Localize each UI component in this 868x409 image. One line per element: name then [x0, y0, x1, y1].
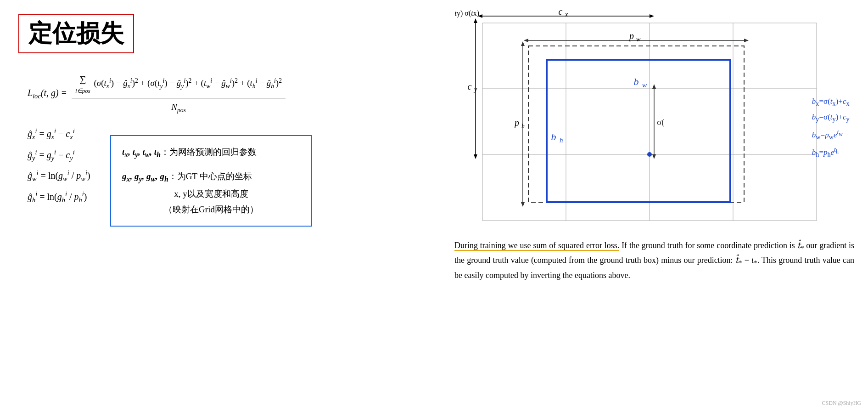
- info-line-2: gx, gy, gw, gh：为GT 中心点的坐标: [122, 169, 300, 186]
- svg-marker-22: [524, 39, 528, 42]
- info-box: tx, ty, tw, th：为网络预测的回归参数 gx, gy, gw, gh…: [110, 135, 312, 227]
- svg-text:c: c: [558, 9, 562, 17]
- svg-text:c: c: [467, 81, 471, 91]
- svg-text:y: y: [473, 86, 477, 93]
- svg-text:p: p: [628, 31, 634, 41]
- annotation-by: by=σ(ty)+cy: [812, 110, 850, 125]
- left-panel: 定位损失 Lloc(t, g) = ∑ i∈pos (σ(: [0, 0, 441, 409]
- svg-text:p: p: [514, 118, 519, 128]
- svg-text:b: b: [551, 131, 556, 142]
- svg-text:h: h: [560, 136, 563, 144]
- svg-marker-16: [474, 18, 477, 23]
- svg-marker-21: [744, 39, 749, 42]
- svg-marker-38: [652, 84, 656, 89]
- grid-diagram: c x c y p w: [455, 9, 854, 234]
- svg-text:w: w: [642, 81, 647, 89]
- svg-text:b: b: [633, 76, 638, 87]
- numerator: ∑ i∈pos (σ(txi) − ĝxi)2 + (σ(tyi) − ĝyi)…: [72, 72, 286, 98]
- right-panel: c x c y p w: [441, 0, 868, 409]
- title-box: 定位损失: [18, 14, 134, 53]
- denominator: Npos: [171, 98, 186, 115]
- svg-marker-26: [521, 202, 525, 207]
- svg-text:σ(: σ(: [657, 117, 665, 127]
- svg-marker-37: [652, 154, 656, 159]
- highlight-text: During training we use sum of squared er…: [454, 241, 619, 251]
- svg-text:x: x: [565, 11, 568, 18]
- annotation-bh: bh=pheth: [812, 143, 850, 161]
- fraction: ∑ i∈pos (σ(txi) − ĝxi)2 + (σ(tyi) − ĝyi)…: [72, 72, 286, 115]
- annotation-bx: bx=σ(tx)+cx: [812, 94, 850, 110]
- svg-marker-27: [521, 41, 525, 46]
- svg-point-35: [647, 152, 652, 157]
- svg-text:h: h: [521, 123, 525, 130]
- svg-marker-10: [650, 14, 654, 18]
- svg-text:w: w: [636, 36, 641, 43]
- diagram-svg: c x c y p w: [455, 9, 854, 234]
- l-loc-label: Lloc(t, g) =: [28, 85, 67, 102]
- description-box: During training we use sum of squared er…: [450, 239, 859, 282]
- svg-rect-19: [528, 46, 744, 202]
- formula-fraction: Lloc(t, g) = ∑ i∈pos (σ(txi) − ĝxi)2 + (…: [28, 72, 422, 115]
- info-line-1: tx, ty, tw, th：为网络预测的回归参数: [122, 144, 300, 161]
- info-line-3: x, y以及宽度和高度: [122, 186, 300, 202]
- annotation-bw: bw=pwetw: [812, 126, 850, 143]
- svg-marker-15: [474, 154, 477, 159]
- info-line-4: （映射在Grid网格中的）: [122, 202, 300, 217]
- page-title: 定位损失: [28, 20, 124, 46]
- watermark: CSDN @ShiyHG: [822, 400, 861, 407]
- blue-annotations: bx=σ(tx)+cx by=σ(ty)+cy bw=pwetw bh=phet…: [812, 94, 850, 161]
- svg-marker-11: [478, 14, 482, 18]
